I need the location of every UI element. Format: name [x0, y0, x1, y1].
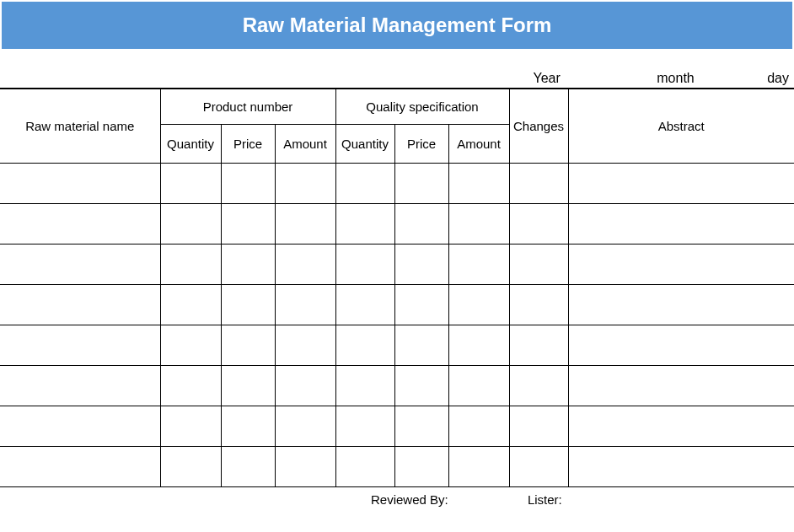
cell-changes[interactable]: [509, 406, 568, 447]
cell-name[interactable]: [0, 406, 160, 447]
cell-q-price[interactable]: [394, 204, 448, 245]
cell-q-qty[interactable]: [335, 447, 394, 487]
cell-abstract[interactable]: [568, 285, 794, 325]
cell-q-amt[interactable]: [448, 406, 509, 447]
cell-q-price[interactable]: [394, 285, 448, 325]
cell-p-amt[interactable]: [275, 406, 335, 447]
cell-p-qty[interactable]: [160, 325, 221, 366]
table-row: [0, 366, 794, 406]
cell-p-price[interactable]: [221, 325, 275, 366]
cell-p-amt[interactable]: [275, 204, 335, 245]
cell-changes[interactable]: [509, 245, 568, 285]
header-quality-amount: Amount: [448, 125, 509, 164]
cell-name[interactable]: [0, 204, 160, 245]
cell-q-amt[interactable]: [448, 204, 509, 245]
cell-p-price[interactable]: [221, 204, 275, 245]
cell-p-price[interactable]: [221, 406, 275, 447]
cell-p-amt[interactable]: [275, 325, 335, 366]
header-raw-material-name: Raw material name: [0, 89, 160, 164]
cell-q-price[interactable]: [394, 447, 448, 487]
cell-q-qty[interactable]: [335, 204, 394, 245]
table-row: [0, 447, 794, 487]
cell-q-qty[interactable]: [335, 366, 394, 406]
cell-p-qty[interactable]: [160, 285, 221, 325]
cell-q-price[interactable]: [394, 366, 448, 406]
table-row: [0, 325, 794, 366]
cell-q-amt[interactable]: [448, 325, 509, 366]
cell-p-price[interactable]: [221, 245, 275, 285]
cell-p-qty[interactable]: [160, 204, 221, 245]
table-row: [0, 164, 794, 204]
cell-p-amt[interactable]: [275, 447, 335, 487]
cell-changes[interactable]: [509, 285, 568, 325]
cell-q-amt[interactable]: [448, 285, 509, 325]
cell-q-amt[interactable]: [448, 447, 509, 487]
cell-q-amt[interactable]: [448, 164, 509, 204]
cell-abstract[interactable]: [568, 204, 794, 245]
cell-changes[interactable]: [509, 325, 568, 366]
cell-p-qty[interactable]: [160, 447, 221, 487]
date-line: Year month day: [0, 54, 794, 89]
cell-q-price[interactable]: [394, 325, 448, 366]
cell-p-qty[interactable]: [160, 164, 221, 204]
cell-q-qty[interactable]: [335, 285, 394, 325]
cell-name[interactable]: [0, 325, 160, 366]
cell-p-price[interactable]: [221, 285, 275, 325]
cell-p-qty[interactable]: [160, 366, 221, 406]
header-abstract: Abstract: [568, 89, 794, 164]
cell-abstract[interactable]: [568, 447, 794, 487]
month-label: month: [657, 71, 694, 86]
cell-changes[interactable]: [509, 366, 568, 406]
table-row: [0, 204, 794, 245]
year-label: Year: [534, 71, 561, 86]
cell-name[interactable]: [0, 245, 160, 285]
cell-abstract[interactable]: [568, 245, 794, 285]
day-label: day: [767, 71, 789, 86]
cell-abstract[interactable]: [568, 164, 794, 204]
material-table: Raw material name Product number Quality…: [0, 89, 794, 487]
header-quality-quantity: Quantity: [335, 125, 394, 164]
cell-q-price[interactable]: [394, 406, 448, 447]
cell-p-qty[interactable]: [160, 406, 221, 447]
footer: Reviewed By: Lister:: [0, 487, 794, 507]
cell-name[interactable]: [0, 164, 160, 204]
cell-p-amt[interactable]: [275, 285, 335, 325]
cell-q-qty[interactable]: [335, 245, 394, 285]
cell-name[interactable]: [0, 366, 160, 406]
cell-p-amt[interactable]: [275, 164, 335, 204]
cell-abstract[interactable]: [568, 366, 794, 406]
cell-abstract[interactable]: [568, 325, 794, 366]
cell-p-amt[interactable]: [275, 245, 335, 285]
cell-changes[interactable]: [509, 447, 568, 487]
cell-p-qty[interactable]: [160, 245, 221, 285]
header-product-number: Product number: [160, 89, 335, 125]
cell-q-amt[interactable]: [448, 245, 509, 285]
cell-q-qty[interactable]: [335, 164, 394, 204]
cell-q-qty[interactable]: [335, 325, 394, 366]
cell-p-price[interactable]: [221, 164, 275, 204]
cell-q-price[interactable]: [394, 245, 448, 285]
header-product-quantity: Quantity: [160, 125, 221, 164]
table-body: [0, 164, 794, 487]
header-quality-price: Price: [394, 125, 448, 164]
cell-name[interactable]: [0, 285, 160, 325]
cell-p-price[interactable]: [221, 366, 275, 406]
header-quality-specification: Quality specification: [335, 89, 509, 125]
cell-q-price[interactable]: [394, 164, 448, 204]
cell-changes[interactable]: [509, 204, 568, 245]
cell-q-qty[interactable]: [335, 406, 394, 447]
cell-p-price[interactable]: [221, 447, 275, 487]
table-row: [0, 406, 794, 447]
cell-q-amt[interactable]: [448, 366, 509, 406]
table-row: [0, 285, 794, 325]
cell-name[interactable]: [0, 447, 160, 487]
lister-label: Lister:: [528, 492, 562, 507]
cell-p-amt[interactable]: [275, 366, 335, 406]
table-row: [0, 245, 794, 285]
cell-abstract[interactable]: [568, 406, 794, 447]
header-product-amount: Amount: [275, 125, 335, 164]
cell-changes[interactable]: [509, 164, 568, 204]
form-title: Raw Material Management Form: [2, 2, 792, 49]
header-changes: Changes: [509, 89, 568, 164]
reviewed-by-label: Reviewed By:: [371, 492, 448, 507]
